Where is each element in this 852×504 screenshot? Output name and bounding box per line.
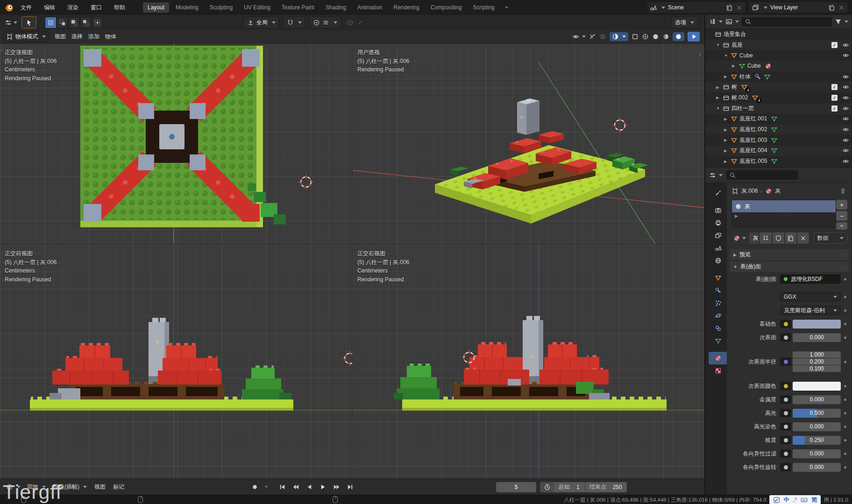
node-socket-icon[interactable]	[780, 436, 791, 444]
color-swatch[interactable]	[793, 320, 841, 329]
workspace-tab-uv-editing[interactable]: UV Editing	[239, 2, 275, 13]
outliner-editor-type-dropdown[interactable]	[709, 18, 723, 25]
fake-user-shield-icon[interactable]	[773, 232, 784, 244]
ime-pen-icon[interactable]	[773, 497, 780, 504]
properties-tab-texture[interactable]	[709, 364, 727, 377]
slot-specials-dropdown[interactable]	[836, 222, 847, 230]
expand-arrow-icon[interactable]: ▶	[724, 74, 731, 79]
animate-dot[interactable]	[841, 278, 849, 280]
slider-field[interactable]: 0.500	[793, 409, 841, 418]
hide-eye-icon[interactable]	[842, 73, 849, 80]
hide-eye-icon[interactable]	[842, 52, 849, 59]
viewport-front-ortho[interactable]: 正交前视图(5) 八柱一层 | 灰.006CentimetersRenderin…	[0, 245, 353, 478]
viewport-top-ortho[interactable]: 正交顶视图(5) 八柱一层 | 灰.006CentimetersRenderin…	[0, 43, 353, 245]
node-socket-icon[interactable]	[780, 320, 791, 328]
play-button[interactable]	[317, 483, 329, 492]
unlink-material-icon[interactable]	[797, 232, 809, 244]
workspace-tab-modeling[interactable]: Modeling	[171, 2, 203, 13]
visibility-dropdown[interactable]	[572, 33, 586, 40]
tool-dropdown[interactable]	[4, 17, 18, 28]
outliner-search-input[interactable]	[742, 17, 832, 27]
breadcrumb-object[interactable]: 灰.006	[741, 187, 758, 195]
node-socket-icon[interactable]	[780, 422, 791, 431]
next-keyframe-button[interactable]	[331, 483, 342, 492]
current-frame-field[interactable]: 5	[496, 482, 536, 492]
workspace-tab-texture-paint[interactable]: Texture Paint	[277, 2, 319, 13]
jump-to-end-button[interactable]	[344, 483, 356, 492]
outliner-filter-dropdown[interactable]	[835, 18, 848, 25]
expand-arrow-icon[interactable]: ▶	[724, 138, 731, 142]
pin-icon[interactable]	[839, 188, 846, 195]
breadcrumb-material[interactable]: 灰	[775, 187, 781, 195]
shading-solid[interactable]	[652, 33, 659, 40]
prev-keyframe-button[interactable]	[290, 483, 302, 492]
workspace-tab-rendering[interactable]: Rendering	[389, 2, 424, 13]
outliner-row-底座[interactable]: ▼底座✓	[705, 40, 852, 50]
animate-dot[interactable]	[841, 426, 849, 428]
surface-panel-header[interactable]: ▼ 表(曲)面 ::::	[730, 261, 849, 272]
hide-eye-icon[interactable]	[842, 105, 849, 112]
node-socket-icon[interactable]	[780, 449, 791, 458]
transform-orientation-dropdown[interactable]: 全局	[243, 16, 279, 28]
slider-field[interactable]: 0.250	[793, 436, 841, 445]
workspace-tab-layout[interactable]: Layout	[143, 2, 169, 13]
collection-checkbox[interactable]: ✓	[831, 95, 838, 101]
new-scene-icon[interactable]	[726, 4, 733, 11]
workspace-tab-shading[interactable]: Shading	[321, 2, 351, 13]
animate-dot[interactable]	[841, 296, 849, 298]
properties-search-input[interactable]	[726, 170, 798, 180]
ime-lang-label[interactable]: 中	[784, 496, 789, 504]
data-dropdown[interactable]: 数据	[814, 232, 847, 244]
outliner-row-底座红.001[interactable]: ▶底座红.001	[705, 114, 852, 125]
region-toggle-left-icon[interactable]: ›	[0, 47, 2, 53]
properties-tab-particles[interactable]	[709, 297, 727, 309]
new-layer-icon[interactable]	[828, 4, 835, 11]
material-slot-selected[interactable]: 灰	[732, 200, 836, 212]
color-swatch[interactable]	[793, 382, 841, 391]
material-name-field[interactable]: 灰	[749, 232, 759, 244]
animate-dot[interactable]	[841, 336, 849, 339]
properties-editor-type-dropdown[interactable]	[709, 172, 723, 179]
new-material-copy-icon[interactable]	[785, 232, 796, 244]
workspace-tab-compositing[interactable]: Compositing	[426, 2, 467, 13]
menu-文件[interactable]: 文件	[21, 4, 32, 12]
mode-dropdown[interactable]: 物体模式	[3, 31, 49, 42]
region-toggle-right-icon[interactable]: ‹	[699, 52, 701, 57]
expand-arrow-icon[interactable]: ▼	[724, 53, 731, 58]
viewport-menu-选择[interactable]: 选择	[71, 33, 83, 41]
expand-arrow-icon[interactable]: ▶	[724, 159, 731, 164]
outliner-row-Cube[interactable]: ▶Cube	[705, 61, 852, 71]
collection-checkbox[interactable]: ✓	[831, 84, 838, 90]
shading-material[interactable]	[662, 33, 669, 40]
node-socket-icon[interactable]	[780, 382, 791, 390]
viewport-menu-视图[interactable]: 视图	[55, 33, 66, 41]
properties-tab-modifiers[interactable]	[709, 284, 727, 297]
material-browse-dropdown[interactable]	[731, 232, 748, 244]
animate-dot[interactable]	[841, 323, 849, 325]
view-layer-selector[interactable]: View Layer	[749, 1, 848, 14]
proportional-editing-dropdown[interactable]	[309, 16, 341, 28]
outliner-row-底座红.005[interactable]: ▶底座红.005	[705, 156, 852, 167]
node-socket-icon[interactable]	[780, 409, 791, 417]
add-workspace-button[interactable]: +	[501, 2, 512, 13]
animate-dot[interactable]	[841, 412, 849, 414]
outliner-display-mode-dropdown[interactable]	[725, 18, 739, 25]
menu-帮助[interactable]: 帮助	[114, 4, 125, 12]
gizmos-toggle[interactable]	[589, 33, 596, 40]
outliner-row-Cube[interactable]: ▼Cube	[705, 50, 852, 61]
node-socket-icon[interactable]	[780, 463, 791, 471]
workspace-tab-sculpting[interactable]: Sculpting	[205, 2, 237, 13]
dropdown-克里斯坦森-伯利[interactable]: 克里斯坦森-伯利	[780, 306, 841, 315]
expand-arrow-icon[interactable]: ▶	[716, 85, 723, 90]
animate-dot[interactable]	[841, 309, 849, 312]
jump-to-start-button[interactable]	[277, 483, 288, 492]
value-field[interactable]: 0.000	[793, 333, 841, 342]
hide-eye-icon[interactable]	[842, 84, 849, 91]
hide-eye-icon[interactable]	[842, 94, 849, 101]
node-socket-icon[interactable]	[780, 357, 791, 366]
shading-rendered[interactable]	[673, 32, 684, 41]
value-field[interactable]: 0.200	[793, 358, 841, 365]
collection-checkbox[interactable]: ✓	[831, 42, 838, 48]
value-field[interactable]: 0.000	[793, 395, 841, 404]
expand-arrow-icon[interactable]: ▶	[724, 148, 731, 153]
